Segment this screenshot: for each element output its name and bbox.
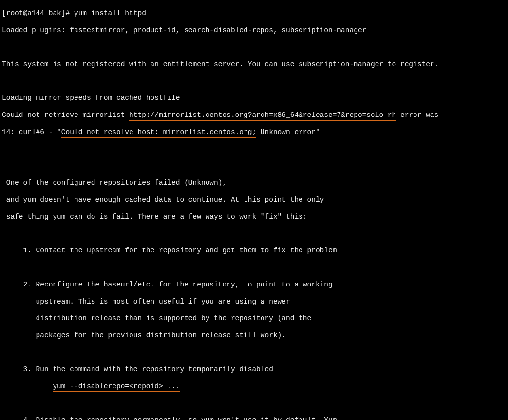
option-2-line: packages for the previous distribution r… bbox=[2, 331, 506, 340]
option-4-line: 4. Disable the repository permanently, s… bbox=[2, 416, 506, 420]
highlighted-url: http://mirrorlist.centos.org?arch=x86_64… bbox=[129, 111, 396, 121]
blank-line bbox=[2, 264, 506, 272]
option-1: 1. Contact the upstream for the reposito… bbox=[2, 247, 506, 255]
blank-line bbox=[2, 145, 506, 153]
output-line: Loading mirror speeds from cached hostfi… bbox=[2, 94, 506, 102]
suggested-command: yum --disablerepo=<repoid> ... bbox=[53, 382, 180, 392]
output-line: 14: curl#6 - "Could not resolve host: mi… bbox=[2, 128, 506, 136]
blank-line bbox=[2, 399, 506, 407]
option-2-line: upstream. This is most often useful if y… bbox=[2, 298, 506, 306]
blank-line bbox=[2, 230, 506, 238]
blank-line bbox=[2, 43, 506, 52]
highlighted-error: Could not resolve host: mirrorlist.cento… bbox=[61, 128, 256, 138]
output-line: safe thing yum can do is fail. There are… bbox=[2, 213, 506, 221]
option-2-line: 2. Reconfigure the baseurl/etc. for the … bbox=[2, 281, 506, 289]
blank-line bbox=[2, 348, 506, 357]
output-line: Loaded plugins: fastestmirror, product-i… bbox=[2, 26, 506, 35]
terminal-output[interactable]: [root@a144 bak]# yum install httpd Loade… bbox=[0, 0, 508, 420]
prompt-line-1: [root@a144 bak]# yum install httpd bbox=[2, 9, 506, 18]
option-3-line: 3. Run the command with the repository t… bbox=[2, 365, 506, 374]
blank-line bbox=[2, 162, 506, 170]
output-line: One of the configured repositories faile… bbox=[2, 179, 506, 187]
text-segment: error was bbox=[396, 111, 438, 119]
shell-prompt: [root@a144 bak]# bbox=[2, 9, 74, 17]
output-line: and yum doesn't have enough cached data … bbox=[2, 196, 506, 204]
indent bbox=[2, 382, 53, 390]
blank-line bbox=[2, 77, 506, 86]
shell-command: yum install httpd bbox=[74, 9, 146, 17]
text-segment: Unknown error" bbox=[256, 128, 320, 136]
option-3-cmd: yum --disablerepo=<repoid> ... bbox=[2, 382, 506, 391]
output-line: Could not retrieve mirrorlist http://mir… bbox=[2, 111, 506, 119]
option-2-line: distribution release than is supported b… bbox=[2, 314, 506, 323]
text-segment: Could not retrieve mirrorlist bbox=[2, 111, 129, 119]
output-line: This system is not registered with an en… bbox=[2, 60, 506, 69]
text-segment: 14: curl#6 - " bbox=[2, 128, 61, 136]
